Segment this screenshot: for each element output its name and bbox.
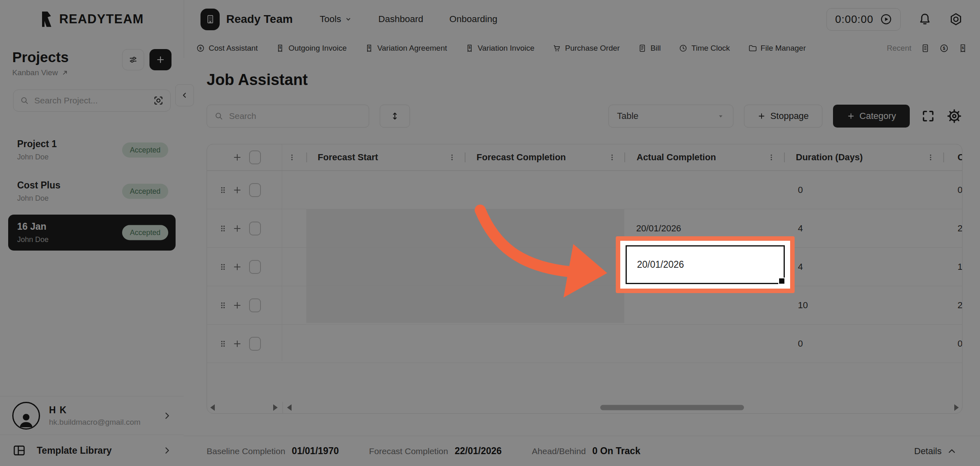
highlighted-cell: 20/01/2026 xyxy=(616,236,795,293)
app-root: READYTEAM Ready Team Tools Dashboard Onb… xyxy=(0,0,980,466)
cell-editor-value: 20/01/2026 xyxy=(637,259,684,270)
dim-overlay xyxy=(0,0,980,466)
cell-editor[interactable]: 20/01/2026 xyxy=(626,245,785,284)
fill-handle[interactable] xyxy=(778,278,785,285)
